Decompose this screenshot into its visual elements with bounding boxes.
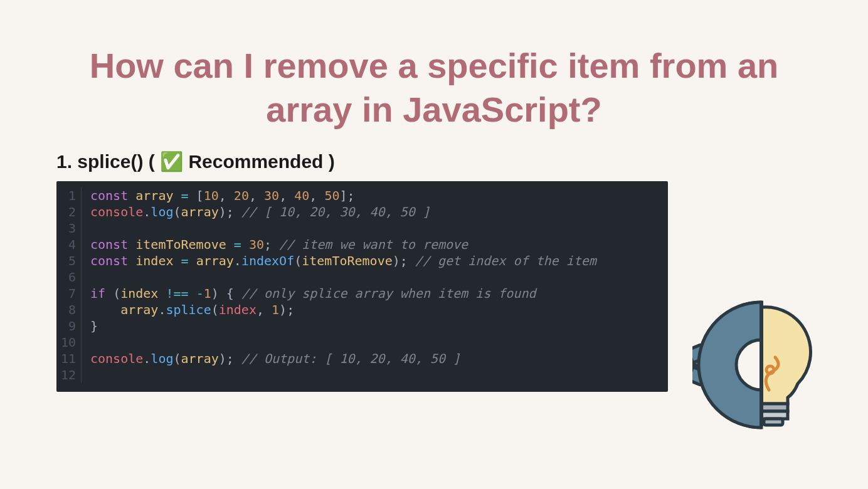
code-content: [90, 367, 98, 383]
code-content: if (index !== -1) { // only splice array…: [90, 285, 536, 302]
line-number: 10: [56, 334, 82, 350]
line-number: 1: [56, 187, 82, 204]
code-line: 6: [56, 269, 668, 285]
line-number: 9: [56, 318, 82, 334]
code-line: 2console.log(array); // [ 10, 20, 30, 40…: [56, 204, 668, 220]
code-line: 11console.log(array); // Output: [ 10, 2…: [56, 350, 668, 367]
line-number: 3: [56, 220, 82, 236]
code-content: const index = array.indexOf(itemToRemove…: [90, 253, 596, 269]
line-number: 2: [56, 204, 82, 220]
code-content: console.log(array); // [ 10, 20, 30, 40,…: [90, 204, 430, 220]
code-line: 1const array = [10, 20, 30, 40, 50];: [56, 187, 668, 204]
line-number: 11: [56, 350, 82, 367]
code-content: const array = [10, 20, 30, 40, 50];: [90, 187, 355, 204]
code-content: const itemToRemove = 30; // item we want…: [90, 236, 468, 253]
code-content: [90, 334, 98, 350]
section-subtitle: 1. splice() ( ✅ Recommended ): [0, 150, 868, 181]
code-content: }: [90, 318, 98, 334]
line-number: 8: [56, 302, 82, 318]
line-number: 6: [56, 269, 82, 285]
code-line: 10: [56, 334, 668, 350]
code-line: 5const index = array.indexOf(itemToRemov…: [56, 253, 668, 269]
code-line: 12: [56, 367, 668, 383]
code-line: 4const itemToRemove = 30; // item we wan…: [56, 236, 668, 253]
code-line: 7if (index !== -1) { // only splice arra…: [56, 285, 668, 302]
code-content: array.splice(index, 1);: [90, 302, 294, 318]
line-number: 5: [56, 253, 82, 269]
code-content: [90, 269, 98, 285]
code-line: 8 array.splice(index, 1);: [56, 302, 668, 318]
svg-rect-9: [760, 301, 763, 426]
page-title: How can I remove a specific item from an…: [0, 0, 868, 150]
svg-rect-8: [764, 419, 783, 425]
code-content: console.log(array); // Output: [ 10, 20,…: [90, 350, 460, 367]
code-line: 3: [56, 220, 668, 236]
code-content: [90, 220, 98, 236]
line-number: 4: [56, 236, 82, 253]
line-number: 12: [56, 367, 82, 383]
gear-bulb-illustration: [692, 296, 830, 434]
code-block: 1const array = [10, 20, 30, 40, 50];2con…: [56, 181, 668, 392]
code-line: 9}: [56, 318, 668, 334]
line-number: 7: [56, 285, 82, 302]
